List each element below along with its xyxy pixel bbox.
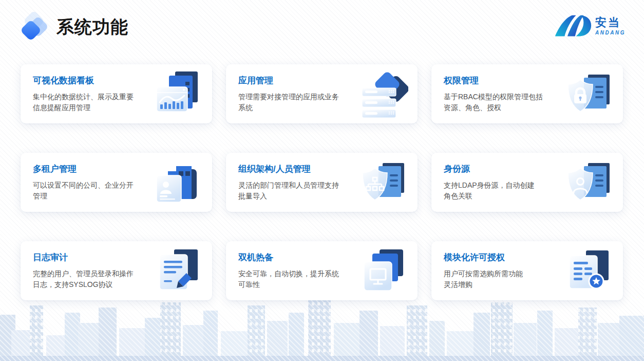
- card-description: 安全可靠，自动切换，提升系统 可靠性: [238, 268, 357, 290]
- feature-card: 多租户管理 可以设置不同的公司、企业分开 管理: [21, 153, 212, 212]
- feature-card: 日志审计 完整的用户、管理员登录和操作 日志，支持SYSLOG协议: [21, 241, 212, 300]
- card-description: 用户可按需选购所需功能 灵活增购: [444, 268, 562, 290]
- license-badge-icon: [564, 247, 614, 295]
- card-description: 灵活的部门管理和人员管理支持 批量导入: [238, 180, 357, 202]
- logo-name-cn: 安当: [595, 17, 626, 28]
- logo-name-en: ANDANG: [595, 30, 626, 35]
- page-title: 系统功能: [56, 15, 128, 39]
- card-title: 双机热备: [238, 251, 357, 263]
- card-description: 管理需要对接管理的应用或业务 系统: [238, 92, 357, 113]
- shield-user-icon: [564, 159, 614, 206]
- feature-card: 身份源 支持LDAP身份源，自动创建 角色关联: [431, 153, 623, 212]
- andang-logo-monogram: [554, 12, 592, 40]
- dashboard-chart-icon: [154, 70, 203, 118]
- card-description: 集中化的数据统计、展示及重要 信息提醒应用管理: [33, 92, 151, 113]
- header: 系统功能 安当 ANDANG: [20, 11, 626, 43]
- feature-card: 组织架构/人员管理 灵活的部门管理和人员管理支持 批量导入: [226, 153, 418, 212]
- feature-card: 可视化数据看板 集中化的数据统计、展示及重要 信息提醒应用管理: [21, 64, 212, 123]
- card-title: 模块化许可授权: [444, 251, 562, 263]
- feature-card: 模块化许可授权 用户可按需选购所需功能 灵活增购: [431, 241, 623, 300]
- card-description: 完整的用户、管理员登录和操作 日志，支持SYSLOG协议: [33, 268, 151, 290]
- document-pen-icon: [154, 247, 203, 295]
- building-idcard-icon: [154, 159, 203, 206]
- slide: 系统功能 安当 ANDANG: [0, 0, 644, 361]
- feature-grid: 可视化数据看板 集中化的数据统计、展示及重要 信息提醒应用管理: [21, 64, 623, 300]
- card-description: 支持LDAP身份源，自动创建 角色关联: [444, 180, 562, 202]
- shield-orgchart-icon: [359, 159, 408, 206]
- dual-monitor-icon: [359, 247, 408, 295]
- card-description: 基于RBAC模型的权限管理包括 资源、角色、授权: [444, 92, 562, 113]
- card-title: 组织架构/人员管理: [238, 163, 357, 175]
- card-description: 可以设置不同的公司、企业分开 管理: [33, 180, 151, 202]
- layers-diamond-icon: [20, 12, 48, 42]
- card-title: 日志审计: [33, 251, 151, 263]
- card-title: 可视化数据看板: [33, 75, 151, 86]
- card-title: 身份源: [444, 163, 562, 175]
- shield-lock-icon: [564, 70, 614, 118]
- card-title: 多租户管理: [33, 163, 151, 175]
- card-title: 权限管理: [444, 75, 562, 86]
- card-title: 应用管理: [238, 75, 357, 86]
- feature-card: 权限管理 基于RBAC模型的权限管理包括 资源、角色、授权: [431, 64, 623, 123]
- app-stack-icon: [359, 70, 408, 118]
- andang-logo: 安当 ANDANG: [554, 12, 626, 40]
- feature-card: 应用管理 管理需要对接管理的应用或业务 系统: [226, 64, 418, 123]
- feature-card: 双机热备 安全可靠，自动切换，提升系统 可靠性: [226, 241, 418, 300]
- city-skyline-graphic: [0, 294, 644, 361]
